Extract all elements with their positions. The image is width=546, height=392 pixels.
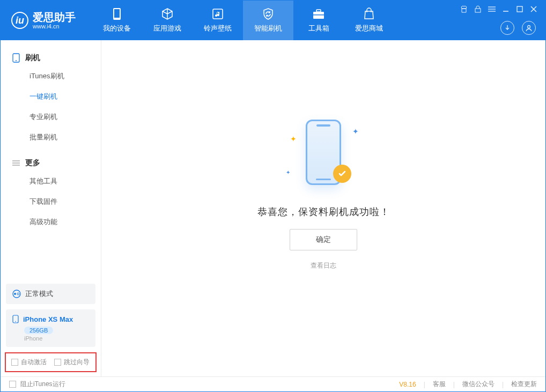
svg-rect-4 xyxy=(316,10,321,12)
list-icon xyxy=(12,159,20,167)
phone-icon xyxy=(110,8,123,20)
check-badge-icon xyxy=(333,165,351,183)
nav-ringtones[interactable]: 铃声壁纸 xyxy=(193,1,243,40)
mode-indicator[interactable]: 正常模式 xyxy=(6,284,95,304)
svg-rect-11 xyxy=(517,6,522,12)
svg-rect-2 xyxy=(213,9,223,19)
sidebar-section-flash: 刷机 xyxy=(1,50,101,66)
download-button[interactable] xyxy=(500,21,514,35)
skip-guide-checkbox[interactable]: 跳过向导 xyxy=(54,358,90,367)
sparkle-icon: ✦ xyxy=(286,169,290,175)
svg-rect-6 xyxy=(475,9,481,12)
music-icon xyxy=(211,8,224,20)
version-label: V8.16 xyxy=(399,381,416,388)
nav-store[interactable]: 爱思商城 xyxy=(344,1,394,40)
block-itunes-checkbox[interactable]: 阻止iTunes运行 xyxy=(9,380,65,389)
menu-icon[interactable] xyxy=(488,5,496,13)
sidebar-item-oneclick-flash[interactable]: 一键刷机 xyxy=(1,86,101,107)
sidebar: 刷机 iTunes刷机 一键刷机 专业刷机 批量刷机 更多 其他工具 下载固件 … xyxy=(1,40,101,376)
svg-point-16 xyxy=(16,60,17,61)
main-nav: 我的设备 应用游戏 铃声壁纸 智能刷机 工具箱 爱思商城 xyxy=(92,1,394,40)
bag-icon xyxy=(363,8,375,20)
sidebar-item-batch-flash[interactable]: 批量刷机 xyxy=(1,127,101,147)
auto-activate-checkbox[interactable]: 自动激活 xyxy=(11,358,47,367)
logo-icon: iu xyxy=(11,12,28,29)
wechat-link[interactable]: 微信公众号 xyxy=(462,380,495,389)
header: iu 爱思助手 www.i4.cn 我的设备 应用游戏 铃声壁纸 智能刷机 工具… xyxy=(1,1,545,40)
device-icon xyxy=(12,53,20,63)
refresh-shield-icon xyxy=(262,8,275,20)
nav-toolbox[interactable]: 工具箱 xyxy=(293,1,344,40)
mode-icon xyxy=(12,290,21,298)
check-update-link[interactable]: 检查更新 xyxy=(511,380,537,389)
minimize-icon[interactable] xyxy=(501,5,510,13)
sparkle-icon: ✦ xyxy=(290,135,297,143)
app-logo: iu 爱思助手 www.i4.cn xyxy=(11,11,76,29)
sidebar-item-pro-flash[interactable]: 专业刷机 xyxy=(1,107,101,127)
device-panel[interactable]: iPhone XS Max 256GB iPhone xyxy=(6,309,95,347)
nav-flash[interactable]: 智能刷机 xyxy=(243,1,293,40)
view-log-link[interactable]: 查看日志 xyxy=(311,261,336,270)
svg-rect-1 xyxy=(114,9,120,18)
svg-point-21 xyxy=(14,293,16,295)
success-illustration: ✦ ✦ ✦ xyxy=(281,114,366,195)
app-subtitle: www.i4.cn xyxy=(33,23,76,29)
support-link[interactable]: 客服 xyxy=(433,380,446,389)
user-button[interactable] xyxy=(522,21,536,35)
svg-point-22 xyxy=(17,293,19,295)
app-title: 爱思助手 xyxy=(33,11,76,23)
sidebar-section-more: 更多 xyxy=(1,155,101,171)
shirt-icon[interactable] xyxy=(460,5,468,13)
sparkle-icon: ✦ xyxy=(352,127,359,136)
sidebar-item-download-firmware[interactable]: 下载固件 xyxy=(1,191,101,212)
phone-small-icon xyxy=(12,315,19,323)
header-actions xyxy=(500,21,536,35)
sidebar-item-advanced[interactable]: 高级功能 xyxy=(1,212,101,232)
ok-button[interactable]: 确定 xyxy=(290,229,357,250)
toolbox-icon xyxy=(312,8,325,20)
svg-point-14 xyxy=(528,26,530,28)
flash-options: 自动激活 跳过向导 xyxy=(5,352,97,372)
sidebar-item-itunes-flash[interactable]: iTunes刷机 xyxy=(1,66,101,86)
cube-icon xyxy=(161,8,174,20)
close-icon[interactable] xyxy=(529,5,538,13)
success-message: 恭喜您，保资料刷机成功啦！ xyxy=(257,205,390,218)
nav-my-device[interactable]: 我的设备 xyxy=(92,1,142,40)
window-controls xyxy=(460,5,538,13)
nav-apps[interactable]: 应用游戏 xyxy=(142,1,193,40)
svg-point-24 xyxy=(15,321,16,322)
svg-rect-5 xyxy=(313,14,324,16)
status-bar: 阻止iTunes运行 V8.16 | 客服 | 微信公众号 | 检查更新 xyxy=(1,376,545,391)
sidebar-item-other-tools[interactable]: 其他工具 xyxy=(1,171,101,191)
maximize-icon[interactable] xyxy=(515,5,524,13)
lock-icon[interactable] xyxy=(474,5,482,13)
device-name: iPhone XS Max xyxy=(12,315,89,323)
device-capacity: 256GB xyxy=(24,327,53,334)
device-type: iPhone xyxy=(24,335,89,342)
main-content: ✦ ✦ ✦ 恭喜您，保资料刷机成功啦！ 确定 查看日志 xyxy=(101,40,545,376)
